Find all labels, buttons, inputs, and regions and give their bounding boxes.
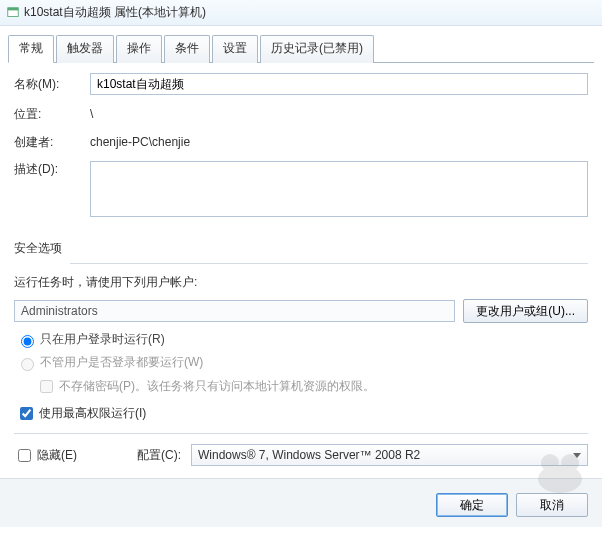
config-select[interactable]: Windows® 7, Windows Server™ 2008 R2 [191,444,588,466]
description-label: 描述(D): [14,161,90,178]
radio-run-any[interactable]: 不管用户是否登录都要运行(W) [16,354,588,371]
radio-run-logged-on-input[interactable] [21,335,34,348]
general-panel: 名称(M): 位置: \ 创建者: chenjie-PC\chenjie 描述(… [0,63,602,434]
tab-bar: 常规 触发器 操作 条件 设置 历史记录(已禁用) [8,34,594,63]
window-icon [6,6,20,20]
chevron-down-icon [573,453,581,458]
account-field: Administrators [14,300,455,322]
name-label: 名称(M): [14,76,90,93]
check-highest-privileges-input[interactable] [20,407,33,420]
run-as-instruction: 运行任务时，请使用下列用户帐户: [14,274,588,291]
check-hidden-input[interactable] [18,449,31,462]
ok-button[interactable]: 确定 [436,493,508,517]
tab-history[interactable]: 历史记录(已禁用) [260,35,374,63]
change-user-button[interactable]: 更改用户或组(U)... [463,299,588,323]
location-value: \ [90,105,588,123]
check-no-store-password: 不存储密码(P)。该任务将只有访问本地计算机资源的权限。 [36,377,588,396]
dialog-buttons: 确定 取消 [0,478,602,527]
check-highest-privileges[interactable]: 使用最高权限运行(I) [16,404,588,423]
divider [14,433,588,434]
tab-conditions[interactable]: 条件 [164,35,210,63]
config-label: 配置(C): [137,447,181,464]
description-input[interactable] [90,161,588,217]
window-title: k10stat自动超频 属性(本地计算机) [24,4,206,21]
security-group-label: 安全选项 [14,240,588,257]
location-label: 位置: [14,106,90,123]
title-bar: k10stat自动超频 属性(本地计算机) [0,0,602,26]
check-no-store-password-input [40,380,53,393]
svg-rect-1 [8,7,19,10]
author-label: 创建者: [14,134,90,151]
author-value: chenjie-PC\chenjie [90,133,588,151]
config-select-value: Windows® 7, Windows Server™ 2008 R2 [198,448,420,462]
tab-triggers[interactable]: 触发器 [56,35,114,63]
check-hidden[interactable]: 隐藏(E) [14,446,77,465]
divider [70,263,588,264]
radio-run-any-input [21,358,34,371]
tab-settings[interactable]: 设置 [212,35,258,63]
tab-general[interactable]: 常规 [8,35,54,63]
radio-run-logged-on[interactable]: 只在用户登录时运行(R) [16,331,588,348]
cancel-button[interactable]: 取消 [516,493,588,517]
name-input[interactable] [90,73,588,95]
tab-actions[interactable]: 操作 [116,35,162,63]
